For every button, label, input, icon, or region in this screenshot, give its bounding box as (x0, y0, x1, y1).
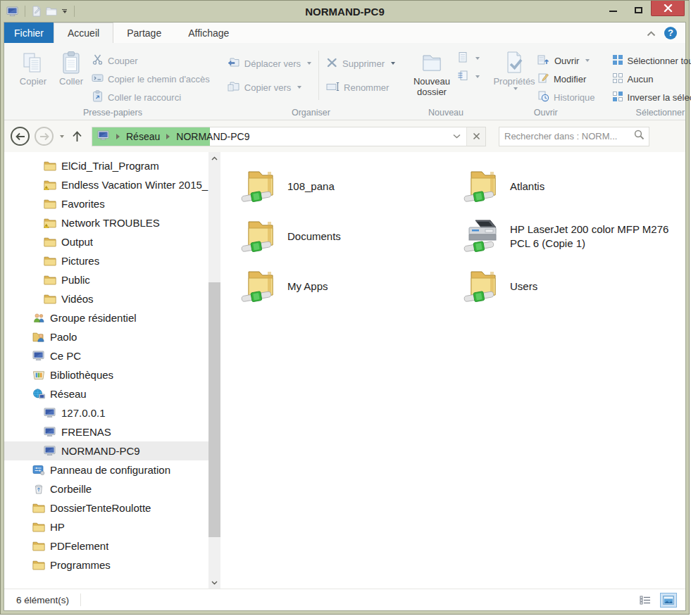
tab-partage[interactable]: Partage (113, 23, 175, 43)
maximize-button[interactable] (625, 1, 651, 18)
cut-button[interactable]: Couper (89, 51, 213, 70)
sidebar-item-label: Favorites (61, 198, 105, 210)
qat-dropdown-icon[interactable] (61, 8, 68, 15)
breadcrumb-normand-pc9[interactable]: NORMAND-PC9 (176, 131, 249, 142)
easy-access-button[interactable] (454, 68, 483, 86)
rename-button[interactable]: Renommer (323, 75, 398, 99)
tab-affichage[interactable]: Affichage (175, 23, 242, 43)
new-folder-button[interactable]: Nouveau dossier (409, 46, 454, 107)
search-input[interactable] (499, 131, 634, 142)
copy-path-icon (92, 72, 104, 86)
folder-icon (44, 294, 56, 304)
shared-folder-icon (239, 217, 279, 256)
file-tile[interactable]: Documents (239, 211, 462, 261)
minimize-button[interactable] (600, 1, 625, 18)
paste-shortcut-button[interactable]: Coller le raccourci (89, 88, 213, 106)
navigation-bar: Réseau NORMAND-PC9 (4, 120, 685, 152)
new-item-icon (457, 51, 469, 65)
document-icon[interactable] (31, 6, 42, 17)
sidebar-item-label: Network TROUBLES (61, 217, 160, 229)
details-view-button[interactable] (637, 593, 654, 608)
scroll-up-button[interactable] (208, 152, 220, 164)
scrollbar-track[interactable] (208, 164, 220, 577)
explorer-window: NORMAND-PC9 Fichier Accueil Partage Affi… (0, 0, 690, 615)
file-tile[interactable]: HP LaserJet 200 color MFP M276 PCL 6 (Co… (462, 211, 685, 261)
address-bar[interactable]: Réseau NORMAND-PC9 (92, 127, 486, 146)
new-item-button[interactable] (454, 49, 483, 68)
sidebar-item[interactable]: 127.0.0.1 (4, 403, 208, 422)
open-button[interactable]: Ouvrir (535, 51, 598, 70)
recent-locations-button[interactable] (58, 135, 66, 138)
up-button[interactable] (70, 131, 84, 142)
sidebar-item[interactable]: Bibliothèques (4, 365, 208, 384)
sidebar-item-label: Output (61, 236, 93, 248)
sidebar-item[interactable]: Favorites (4, 194, 208, 213)
sidebar-item[interactable]: FREENAS (4, 422, 208, 441)
sidebar-item[interactable]: DossierTenteRoulotte (4, 498, 208, 517)
sidebar-item[interactable]: Pictures (4, 251, 208, 270)
sidebar-item[interactable]: ElCid_Trial_Program (4, 156, 208, 175)
properties-button[interactable]: Propriétés (494, 46, 535, 107)
sidebar-scrollbar[interactable] (208, 152, 220, 589)
tab-accueil[interactable]: Accueil (54, 23, 113, 43)
invert-selection-button[interactable]: Inverser la sélection (609, 88, 691, 106)
scroll-down-button[interactable] (208, 577, 220, 589)
sidebar-item[interactable]: Vidéos (4, 289, 208, 308)
ribbon-group-clipboard: Copier Coller Couper (7, 45, 218, 120)
sidebar-item[interactable]: Réseau (4, 384, 208, 403)
sidebar-item[interactable]: Corbeille (4, 479, 208, 498)
sidebar-item[interactable]: Output (4, 232, 208, 251)
collapse-ribbon-button[interactable] (647, 27, 656, 39)
homegroup-icon (32, 313, 45, 323)
move-to-button[interactable]: Déplacer vers (224, 51, 314, 75)
address-dropdown-button[interactable] (447, 127, 466, 146)
sidebar-item[interactable]: Panneau de configuration (4, 460, 208, 479)
properties-icon (503, 49, 525, 75)
sidebar-item[interactable]: NORMAND-PC9 (4, 441, 208, 460)
folder-warning-icon (44, 180, 56, 190)
file-tile[interactable]: My Apps (239, 261, 462, 311)
dropdown-caret-icon (475, 75, 480, 78)
file-tile[interactable]: Atlantis (462, 161, 685, 211)
history-button[interactable]: Historique (535, 88, 598, 106)
breadcrumb-reseau[interactable]: Réseau (126, 131, 160, 142)
sidebar-item[interactable]: Groupe résidentiel (4, 308, 208, 327)
sidebar-item[interactable]: Public (4, 270, 208, 289)
forward-button[interactable] (35, 127, 54, 146)
sidebar-item[interactable]: Network TROUBLES (4, 213, 208, 232)
ribbon-group-organize: Déplacer vers Copier vers (218, 45, 404, 120)
sidebar-item-label: Bibliothèques (50, 369, 113, 381)
edit-button[interactable]: Modifier (535, 70, 598, 88)
sidebar-item[interactable]: PDFelement (4, 536, 208, 555)
computer-icon[interactable] (6, 6, 19, 17)
file-tile[interactable]: Users (462, 261, 685, 311)
sidebar-item[interactable]: Programmes (4, 555, 208, 574)
tab-fichier[interactable]: Fichier (4, 23, 54, 43)
copy-path-button[interactable]: Copier le chemin d'accès (89, 70, 213, 88)
sidebar-item[interactable]: HP (4, 517, 208, 536)
delete-button[interactable]: Supprimer (323, 51, 398, 75)
sidebar-item[interactable]: Endless Vacation Winter 2015_ E (4, 175, 208, 194)
large-icons-view-button[interactable] (660, 593, 677, 608)
sidebar-item[interactable]: Paolo (4, 327, 208, 346)
copy-button[interactable]: Copier (13, 46, 54, 107)
copy-to-button[interactable]: Copier vers (224, 75, 314, 99)
select-none-button[interactable]: Aucun (609, 70, 691, 88)
help-button[interactable]: ? (664, 27, 677, 39)
scrollbar-thumb[interactable] (208, 282, 220, 537)
back-button[interactable] (11, 127, 30, 146)
paste-button[interactable]: Coller (54, 46, 89, 107)
up-arrow-icon (72, 131, 82, 142)
folder-icon[interactable] (46, 6, 57, 16)
file-tile-label: 108_pana (287, 180, 335, 194)
sidebar-item[interactable]: Ce PC (4, 346, 208, 365)
file-tile[interactable]: 108_pana (239, 161, 462, 211)
stop-button[interactable] (466, 127, 485, 146)
open-icon (537, 54, 550, 68)
folder-icon (32, 541, 45, 551)
ribbon-tab-strip: Fichier Accueil Partage Affichage ? (4, 23, 685, 43)
scissors-icon (92, 54, 104, 68)
select-all-button[interactable]: Sélectionner tout (609, 51, 691, 70)
close-button[interactable] (651, 1, 685, 16)
search-icon[interactable] (634, 130, 645, 143)
